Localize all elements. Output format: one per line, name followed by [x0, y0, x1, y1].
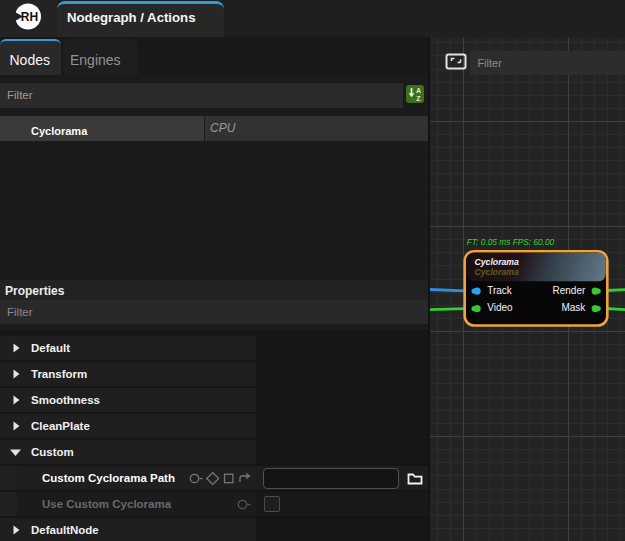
svg-text:A: A [416, 87, 421, 94]
svg-text:Mask: Mask [561, 302, 586, 313]
svg-text:Video: Video [487, 302, 513, 313]
svg-text:Cyclorama: Cyclorama [475, 267, 520, 277]
svg-text:Filter: Filter [477, 57, 502, 69]
svg-text:Z: Z [416, 95, 421, 102]
svg-text:RH: RH [21, 10, 38, 24]
svg-text:FT: 0.05 ms FPS: 60.00: FT: 0.05 ms FPS: 60.00 [467, 237, 555, 247]
svg-text:Track: Track [487, 285, 513, 296]
svg-text:Render: Render [552, 285, 585, 296]
svg-text:Cyclorama: Cyclorama [475, 257, 520, 267]
